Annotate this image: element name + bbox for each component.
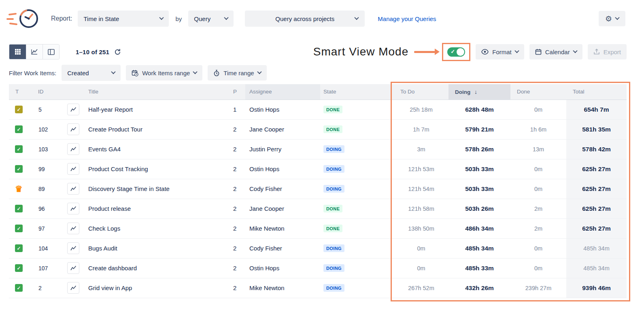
work-item-priority: 1 bbox=[228, 100, 245, 119]
column-header-assignee[interactable]: Assignee bbox=[245, 84, 320, 100]
column-header-title[interactable]: Title bbox=[86, 84, 228, 100]
manage-queries-link[interactable]: Manage your Queries bbox=[378, 15, 436, 22]
work-item-title[interactable]: Events GA4 bbox=[86, 139, 228, 159]
time-range-button[interactable]: Time range bbox=[208, 65, 266, 81]
chevron-down-icon bbox=[615, 15, 619, 19]
table-row[interactable]: 107 Create dashboard 2 Ostin Hops DOING … bbox=[9, 258, 627, 278]
row-chart-button[interactable] bbox=[67, 143, 79, 155]
column-header-id[interactable]: ID bbox=[36, 84, 61, 100]
state-badge: DONE bbox=[323, 205, 342, 212]
work-item-title[interactable]: Create Product Tour bbox=[86, 119, 228, 139]
doing-time: 503h 33m bbox=[448, 179, 510, 199]
work-item-assignee: Ostin Hops bbox=[245, 100, 320, 119]
done-time: 2m bbox=[510, 199, 566, 218]
doing-time: 485h 34m bbox=[448, 238, 510, 258]
work-item-type-icon bbox=[15, 225, 23, 232]
created-filter-value: Created bbox=[67, 70, 89, 76]
time-range-label: Time range bbox=[223, 70, 254, 76]
row-chart-button[interactable] bbox=[67, 163, 79, 175]
state-badge: DONE bbox=[323, 125, 342, 133]
row-chart-button[interactable] bbox=[67, 183, 79, 195]
work-item-title[interactable]: Check Logs bbox=[86, 218, 228, 238]
todo-time: 0m bbox=[394, 258, 448, 278]
work-item-id: 2 bbox=[36, 278, 61, 298]
export-button[interactable]: Export bbox=[588, 44, 627, 59]
row-chart-button[interactable] bbox=[67, 242, 79, 254]
column-header-type[interactable]: T bbox=[9, 84, 36, 100]
table-row[interactable]: 99 Product Cost Tracking 2 Ostin Hops DO… bbox=[9, 159, 627, 179]
query-selector-dropdown[interactable]: Query across projects bbox=[245, 11, 365, 27]
state-badge: DONE bbox=[323, 106, 342, 113]
state-badge: DOING bbox=[323, 145, 344, 153]
line-chart-icon bbox=[31, 49, 38, 55]
report-type-dropdown[interactable]: Time in State bbox=[78, 11, 169, 27]
chevron-down-icon bbox=[224, 15, 229, 19]
group-by-dropdown[interactable]: Query bbox=[188, 11, 234, 27]
work-item-type-icon bbox=[15, 264, 23, 272]
work-item-type-icon bbox=[15, 145, 23, 153]
total-time: 485h 34m bbox=[566, 258, 627, 278]
chart-view-button[interactable] bbox=[26, 45, 43, 59]
board-view-button[interactable] bbox=[43, 45, 59, 59]
smart-view-toggle[interactable] bbox=[447, 47, 465, 57]
row-chart-button[interactable] bbox=[67, 203, 79, 214]
chevron-down-icon bbox=[111, 69, 116, 74]
work-items-range-button[interactable]: Work Items range bbox=[126, 65, 202, 81]
work-item-title[interactable]: Product Cost Tracking bbox=[86, 159, 228, 179]
grid-view-button[interactable] bbox=[9, 45, 26, 59]
row-chart-button[interactable] bbox=[67, 223, 79, 234]
work-item-type-icon bbox=[15, 244, 23, 252]
done-time: 239h 27m bbox=[510, 278, 566, 298]
done-time: 0m bbox=[510, 258, 566, 278]
column-header-done[interactable]: Done bbox=[510, 84, 566, 100]
row-chart-button[interactable] bbox=[67, 262, 79, 274]
doing-time: 432h 26m bbox=[448, 278, 510, 298]
table-row[interactable]: 89 Discovery Stage Time in State 2 Cody … bbox=[9, 179, 627, 199]
table-row[interactable]: 2 Grid view in App 2 Mike Newton DOING 2… bbox=[9, 278, 627, 298]
settings-button[interactable]: ⚙ bbox=[599, 11, 625, 26]
column-header-total[interactable]: Total bbox=[566, 84, 627, 100]
column-header-todo[interactable]: To Do bbox=[394, 84, 448, 100]
column-header-doing[interactable]: Doing ↓ bbox=[448, 84, 510, 100]
work-item-title[interactable]: Create dashboard bbox=[86, 258, 228, 278]
line-chart-icon bbox=[70, 107, 77, 112]
work-item-type-icon bbox=[15, 284, 23, 292]
todo-time: 121h 53m bbox=[394, 159, 448, 179]
column-header-priority[interactable]: P bbox=[228, 84, 245, 100]
work-item-title[interactable]: Product release bbox=[86, 199, 228, 218]
doing-time: 503h 26m bbox=[448, 199, 510, 218]
table-row[interactable]: 97 Check Logs 2 Mike Newton DONE 138h 50… bbox=[9, 218, 627, 238]
table-row[interactable]: 104 Bugs Audit 2 Cody Fisher DOING 0m 48… bbox=[9, 238, 627, 258]
calendar-button[interactable]: Calendar bbox=[529, 44, 582, 59]
work-item-priority: 2 bbox=[228, 159, 245, 179]
table-row[interactable]: 102 Create Product Tour 2 Jane Cooper DO… bbox=[9, 119, 627, 139]
todo-time: 25h 18m bbox=[394, 100, 448, 119]
work-item-type-icon bbox=[15, 185, 23, 193]
row-chart-button[interactable] bbox=[67, 282, 79, 294]
state-badge: DOING bbox=[323, 244, 344, 252]
refresh-button[interactable] bbox=[114, 49, 121, 55]
work-item-title[interactable]: Discovery Stage Time in State bbox=[86, 179, 228, 199]
total-time: 654h 7m bbox=[566, 100, 627, 119]
done-time: 0m bbox=[510, 179, 566, 199]
row-chart-button[interactable] bbox=[67, 104, 79, 115]
total-time: 578h 42m bbox=[566, 139, 627, 159]
table-row[interactable]: 103 Events GA4 2 Justin Perry DOING 3m 5… bbox=[9, 139, 627, 159]
work-item-title[interactable]: Bugs Audit bbox=[86, 238, 228, 258]
format-button[interactable]: Format bbox=[476, 44, 524, 59]
work-item-id: 103 bbox=[36, 139, 61, 159]
annotation-arrow-icon bbox=[414, 51, 435, 53]
work-item-title[interactable]: Half-year Report bbox=[86, 100, 228, 119]
table-row[interactable]: 5 Half-year Report 1 Ostin Hops DONE 25h… bbox=[9, 100, 627, 119]
total-time: 581h 35m bbox=[566, 119, 627, 139]
table-row[interactable]: 96 Product release 2 Jane Cooper DONE 12… bbox=[9, 199, 627, 218]
column-header-state[interactable]: State bbox=[320, 84, 394, 100]
done-time: 0m bbox=[510, 238, 566, 258]
work-item-assignee: Justin Perry bbox=[245, 139, 320, 159]
todo-time: 1h 7m bbox=[394, 119, 448, 139]
created-filter-dropdown[interactable]: Created bbox=[62, 65, 121, 81]
work-item-title[interactable]: Grid view in App bbox=[86, 278, 228, 298]
row-chart-button[interactable] bbox=[67, 123, 79, 135]
total-time: 939h 46m bbox=[566, 278, 627, 298]
column-header-chart bbox=[61, 84, 86, 100]
